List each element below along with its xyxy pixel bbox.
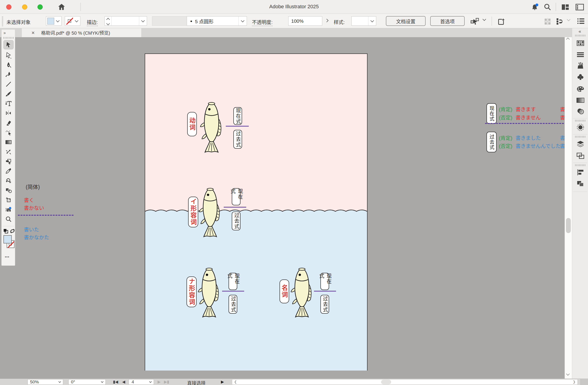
layers-icon[interactable] (576, 140, 585, 148)
puppet-warp-tool[interactable] (3, 176, 14, 185)
tools-collapse-chevrons[interactable]: » (3, 31, 6, 35)
next-artboard-icon[interactable]: ▶ (158, 380, 161, 384)
stroke-weight-stepper[interactable] (105, 17, 112, 25)
dock-drag-handle-2[interactable] (575, 120, 585, 122)
left-note-present-negative[interactable]: 書かない (24, 204, 44, 211)
scroll-left-icon[interactable]: ❮ (234, 380, 237, 384)
first-artboard-icon[interactable]: ▮◀ (113, 380, 118, 384)
preferences-button[interactable]: 首选项 (430, 16, 465, 26)
controlbar-drag-handle[interactable] (2, 17, 3, 27)
brushes-icon[interactable] (576, 62, 585, 70)
menu-list-icon[interactable] (577, 18, 585, 25)
right-row-1[interactable]: (肯定)書きます (499, 105, 536, 113)
fill-stroke-indicator[interactable] (3, 235, 15, 250)
scroll-down-icon[interactable] (567, 374, 569, 375)
selection-badge-chevron[interactable] (481, 19, 487, 20)
dock-drag-handle-3[interactable] (575, 136, 585, 138)
right-present-box[interactable]: 现在式 (486, 103, 497, 124)
previous-artboard-icon[interactable]: ◀ (122, 380, 125, 384)
past-box-4[interactable]: 过去式 (320, 295, 329, 314)
zoom-level-dropdown[interactable]: 50% (28, 379, 63, 385)
magnet-chevron[interactable] (566, 19, 571, 21)
fill-color-control[interactable] (46, 16, 62, 26)
free-transform-tool[interactable] (3, 147, 14, 156)
reflect-tool[interactable] (3, 109, 14, 118)
eraser-tool[interactable] (3, 118, 14, 127)
selection-tool[interactable] (3, 40, 14, 49)
vertical-scroll-thumb[interactable] (566, 218, 571, 233)
fish-label-na-adjective[interactable]: ナ形容词 (187, 276, 197, 307)
gradient-icon[interactable] (576, 96, 585, 104)
past-box-2[interactable]: 过去式 (232, 212, 240, 230)
opacity-label[interactable]: 不透明度: (252, 18, 273, 26)
style-dropdown[interactable] (351, 16, 376, 26)
horizontal-scroll-thumb[interactable] (381, 380, 391, 384)
left-dashed-divider[interactable] (18, 215, 74, 216)
fish-noun[interactable] (289, 267, 315, 318)
perspective-tool[interactable] (3, 205, 14, 214)
fish-verb[interactable] (198, 101, 225, 154)
right-row-4[interactable]: (否定)書きませんんでした (499, 142, 561, 149)
canvas-area[interactable]: 动词 现在式 过去式 イ形容词 现在式 过去式 ナ形容词 现在式 过去式 名词 … (0, 37, 565, 379)
dock-drag-handle-4[interactable] (575, 164, 585, 166)
rotation-dropdown[interactable]: 0° (68, 379, 106, 385)
properties-icon[interactable] (576, 51, 585, 59)
symbols-icon[interactable] (576, 73, 585, 81)
document-setup-button[interactable]: 文档设置 (386, 16, 426, 26)
scroll-right-icon[interactable]: ❯ (573, 380, 576, 384)
magnet-icon[interactable] (556, 18, 564, 26)
artboard-tool[interactable] (3, 195, 14, 204)
edit-toolbar-ellipsis[interactable]: ••• (5, 255, 9, 259)
line-segment-tool[interactable] (3, 80, 14, 89)
paintbrush-tool[interactable] (3, 89, 14, 98)
brush-definition-dropdown[interactable]: ● 5 点圆形 (187, 16, 247, 26)
present-box-3[interactable]: 现在式 (229, 273, 237, 290)
fish-na-adjective[interactable] (196, 267, 223, 318)
stroke-weight-control[interactable] (105, 16, 147, 26)
tools-drag-handle[interactable] (3, 37, 14, 39)
fill-swatch[interactable] (47, 18, 54, 24)
left-note-heading[interactable]: (简体) (26, 183, 40, 191)
color-icon[interactable] (576, 85, 585, 93)
default-fill-stroke-icon[interactable] (3, 228, 8, 235)
right-past-box[interactable]: 过去式 (486, 132, 497, 152)
vertical-scrollbar[interactable] (565, 37, 572, 379)
search-icon[interactable] (544, 3, 551, 12)
document-tab[interactable]: × 格助词.pdf* @ 50 % (CMYK/预览) (22, 28, 141, 37)
purple-divider-3[interactable] (222, 291, 244, 292)
past-box-1[interactable]: 过去式 (233, 130, 242, 149)
present-box-2[interactable]: 现在式 (232, 188, 240, 205)
fish-label-verb[interactable]: 动词 (187, 112, 197, 136)
scroll-up-icon[interactable] (567, 39, 569, 41)
transparency-icon[interactable] (576, 107, 585, 116)
selection-badge-icon[interactable] (470, 18, 480, 26)
opacity-field[interactable]: 100% (288, 16, 322, 26)
direct-selection-tool[interactable] (3, 51, 14, 60)
left-note-past-plain[interactable]: 書いた (24, 225, 39, 233)
pen-tool[interactable] (3, 60, 14, 70)
blend-tool[interactable] (3, 186, 14, 195)
stroke-color-control[interactable] (65, 16, 80, 26)
artboard-navigation-dropdown[interactable]: 4 (129, 379, 154, 385)
gradient-tool[interactable] (3, 137, 14, 147)
stroke-swatch-none[interactable] (66, 18, 73, 24)
purple-divider-2[interactable] (224, 207, 246, 208)
type-tool[interactable] (3, 99, 14, 108)
purple-divider-4[interactable] (314, 291, 336, 292)
left-note-past-negative[interactable]: 書かなかた (24, 233, 49, 240)
artboard[interactable]: 动词 现在式 过去式 イ形容词 现在式 过去式 ナ形容词 现在式 过去式 名词 … (145, 54, 368, 370)
shaper-tool[interactable] (3, 128, 14, 137)
right-row-2[interactable]: (否定)書きません (499, 113, 541, 121)
horizontal-scrollbar[interactable]: ❮ ❯ (232, 379, 578, 385)
shape-builder-tool[interactable] (3, 157, 14, 166)
eyedropper-tool[interactable] (3, 166, 14, 175)
last-artboard-icon[interactable]: ▶▮ (164, 380, 169, 384)
close-tab-icon[interactable]: × (31, 31, 35, 35)
curvature-tool[interactable] (3, 70, 14, 79)
opacity-more-button[interactable] (323, 16, 330, 26)
workspace-icon[interactable] (561, 4, 569, 11)
artboards-icon[interactable] (576, 152, 585, 160)
stroke-weight-label[interactable]: 描边: (87, 18, 98, 26)
align-icon[interactable] (576, 168, 585, 176)
left-note-present-plain[interactable]: 書く (24, 196, 34, 203)
